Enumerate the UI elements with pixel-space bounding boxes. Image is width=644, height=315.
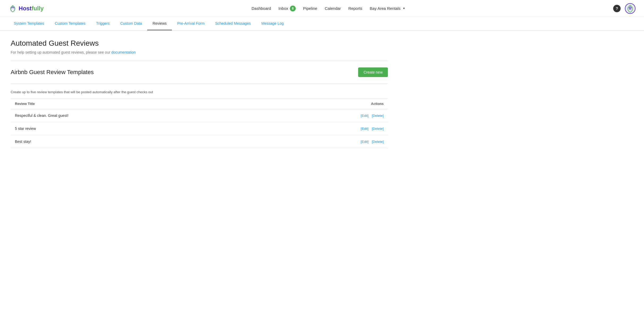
main-content: Automated Guest Reviews For help setting… (0, 31, 399, 157)
actions-cell: [Edit][Delete] (253, 109, 388, 122)
page-title: Automated Guest Reviews (11, 39, 388, 48)
section-header: Airbnb Guest Review Templates Create new (11, 67, 388, 77)
nav-pipeline[interactable]: Pipeline (303, 6, 317, 11)
section-title: Airbnb Guest Review Templates (11, 69, 94, 76)
tabs-container: System Templates Custom Templates Trigge… (0, 17, 644, 31)
divider-1 (11, 61, 388, 61)
tab-pre-arrival-form[interactable]: Pre-Arrival Form (172, 17, 210, 30)
documentation-link[interactable]: documentation (111, 50, 136, 54)
review-title-cell: Best stay! (11, 135, 253, 148)
tab-custom-data[interactable]: Custom Data (115, 17, 147, 30)
logo-text: Hostfully (19, 5, 44, 12)
edit-link[interactable]: [Edit] (361, 127, 369, 131)
table-row: Respectful & clean. Great guest![Edit][D… (11, 109, 388, 122)
divider-2 (11, 83, 388, 84)
nav-reports[interactable]: Reports (348, 6, 362, 11)
edit-link[interactable]: [Edit] (361, 114, 369, 118)
header: Hostfully Dashboard Inbox 8 Pipeline Cal… (0, 0, 644, 17)
delete-link[interactable]: [Delete] (372, 140, 384, 144)
tab-scheduled-messages[interactable]: Scheduled Messages (210, 17, 256, 30)
tabs: System Templates Custom Templates Trigge… (9, 17, 635, 30)
col-header-actions: Actions (253, 99, 388, 109)
tab-triggers[interactable]: Triggers (91, 17, 115, 30)
table-row: Best stay![Edit][Delete] (11, 135, 388, 148)
tab-message-log[interactable]: Message Log (256, 17, 289, 30)
nav-right: ? H (613, 3, 635, 14)
delete-link[interactable]: [Delete] (372, 127, 384, 131)
nav-calendar[interactable]: Calendar (325, 6, 341, 11)
help-icon[interactable]: ? (613, 5, 621, 12)
edit-link[interactable]: [Edit] (361, 140, 369, 144)
actions-cell: [Edit][Delete] (253, 135, 388, 148)
chevron-down-icon: ▼ (403, 7, 405, 10)
tab-system-templates[interactable]: System Templates (9, 17, 49, 30)
inbox-badge-count: 8 (290, 6, 296, 11)
page-subtitle: For help setting up automated guest revi… (11, 50, 388, 54)
section-description: Create up to five review templates that … (11, 90, 388, 94)
review-table: Review Title Actions Respectful & clean.… (11, 98, 388, 148)
review-title-cell: 5 star review (11, 122, 253, 135)
nav-bay-area-rentals[interactable]: Bay Area Rentals ▼ (370, 6, 405, 11)
tab-reviews[interactable]: Reviews (147, 17, 172, 30)
col-header-title: Review Title (11, 99, 253, 109)
table-header-row: Review Title Actions (11, 99, 388, 109)
actions-cell: [Edit][Delete] (253, 122, 388, 135)
nav-dashboard[interactable]: Dashboard (252, 6, 271, 11)
review-title-cell: Respectful & clean. Great guest! (11, 109, 253, 122)
logo[interactable]: Hostfully (9, 4, 44, 13)
avatar[interactable]: H (625, 3, 635, 14)
svg-text:H: H (629, 7, 631, 10)
create-new-button[interactable]: Create new (358, 67, 388, 77)
table-row: 5 star review[Edit][Delete] (11, 122, 388, 135)
tab-custom-templates[interactable]: Custom Templates (49, 17, 91, 30)
delete-link[interactable]: [Delete] (372, 114, 384, 118)
main-nav: Dashboard Inbox 8 Pipeline Calendar Repo… (252, 6, 405, 11)
nav-inbox[interactable]: Inbox 8 (278, 6, 296, 11)
